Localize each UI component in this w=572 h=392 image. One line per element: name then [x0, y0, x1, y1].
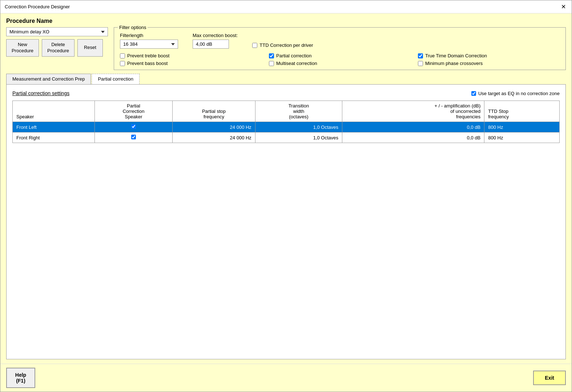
table-header-row: Speaker PartialCorrectionSpeaker Partial… — [13, 101, 560, 122]
close-button[interactable]: ✕ — [560, 3, 567, 10]
cell-speaker: Front Left — [13, 122, 95, 132]
tab-bar: Measurement and Correction Prep Partial … — [6, 74, 566, 84]
filterlength-label: Filterlength — [120, 33, 178, 38]
left-panel: Minimum delay XO Default Custom NewProce… — [6, 27, 108, 57]
prevent-bass-boost-label: Prevent bass boost — [127, 61, 168, 66]
ttd-correction-label: TTD Correction per driver — [259, 42, 313, 48]
ttd-correction-col: TTD Correction per driver — [252, 42, 313, 49]
exit-button[interactable]: Exit — [533, 371, 566, 385]
col-partial-stop-freq: Partial stopfrequency — [173, 101, 255, 122]
col-ttd-stop-freq: TTD Stopfrequency — [484, 101, 560, 122]
max-correction-boost-label: Max correction boost: — [193, 33, 238, 38]
help-button[interactable]: Help(F1) — [6, 368, 35, 388]
col-speaker: Speaker — [13, 101, 95, 122]
prevent-bass-boost-item: Prevent bass boost — [120, 61, 262, 66]
row-partial-correction-checkbox[interactable] — [131, 124, 136, 129]
filterlength-select[interactable]: 16 384 8 192 4 096 32 768 — [120, 40, 178, 49]
button-row: NewProcedure DeleteProcedure Reset — [6, 39, 108, 57]
filter-options-legend: Filter options — [118, 25, 148, 30]
multiseat-correction-label: Multiseat correction — [276, 61, 317, 66]
cell-amplification: 0,0 dB — [342, 122, 484, 132]
minimum-phase-item: Minimum phase crossovers — [418, 61, 560, 66]
cell-speaker: Front Right — [13, 132, 95, 143]
ttd-correction-checkbox-item: TTD Correction per driver — [252, 42, 313, 48]
multiseat-correction-item: Multiseat correction — [269, 61, 411, 66]
cell-checkbox[interactable] — [94, 132, 172, 143]
multiseat-correction-checkbox[interactable] — [269, 61, 274, 66]
table-row[interactable]: Front Left24 000 Hz1,0 Octaves0,0 dB800 … — [13, 122, 560, 132]
max-correction-boost-input[interactable] — [193, 40, 229, 49]
partial-correction-title: Partial correction settings — [12, 90, 69, 96]
minimum-phase-checkbox[interactable] — [418, 61, 423, 66]
true-time-domain-item: True Time Domain Correction — [418, 53, 560, 58]
filter-row1: Filterlength 16 384 8 192 4 096 32 768 M… — [120, 33, 560, 49]
table-row[interactable]: Front Right24 000 Hz1,0 Octaves0,0 dB800… — [13, 132, 560, 143]
row-partial-correction-checkbox[interactable] — [131, 135, 136, 139]
prevent-bass-boost-checkbox[interactable] — [120, 61, 125, 66]
cell-transition-width: 1,0 Octaves — [255, 122, 342, 132]
table-body: Front Left24 000 Hz1,0 Octaves0,0 dB800 … — [13, 122, 560, 143]
cell-partial-stop-freq: 24 000 Hz — [173, 122, 255, 132]
cell-ttd-stop-freq: 800 Hz — [484, 132, 560, 143]
prevent-treble-boost-label: Prevent treble boost — [127, 53, 169, 58]
tabs-section: Measurement and Correction Prep Partial … — [6, 74, 566, 359]
filter-options-box: Filter options Filterlength 16 384 8 192… — [114, 27, 566, 70]
minimum-phase-label: Minimum phase crossovers — [425, 61, 483, 66]
prevent-treble-boost-checkbox[interactable] — [120, 53, 125, 58]
partial-correction-item: Partial correction — [269, 53, 411, 58]
delete-procedure-button[interactable]: DeleteProcedure — [42, 39, 74, 57]
true-time-domain-checkbox[interactable] — [418, 53, 423, 58]
cell-partial-stop-freq: 24 000 Hz — [173, 132, 255, 143]
title-bar: Correction Procedure Designer ✕ — [0, 0, 572, 13]
partial-correction-label: Partial correction — [276, 53, 312, 58]
partial-correction-header: Partial correction settings Use target a… — [12, 90, 560, 96]
prevent-treble-boost-item: Prevent treble boost — [120, 53, 262, 58]
procedure-name-label: Procedure Name — [6, 18, 566, 24]
top-section: Procedure Name Minimum delay XO Default … — [6, 18, 566, 70]
filterlength-col: Filterlength 16 384 8 192 4 096 32 768 — [120, 33, 178, 49]
tab-content: Partial correction settings Use target a… — [6, 84, 566, 359]
true-time-domain-label: True Time Domain Correction — [425, 53, 487, 58]
footer: Help(F1) Exit — [0, 364, 572, 392]
tab-partial-correction[interactable]: Partial correction — [92, 74, 140, 84]
col-partial-correction-speaker: PartialCorrectionSpeaker — [94, 101, 172, 122]
main-content: Procedure Name Minimum delay XO Default … — [0, 13, 572, 364]
col-transition-width: Transitionwidth(octaves) — [255, 101, 342, 122]
cell-amplification: 0,0 dB — [342, 132, 484, 143]
main-window: Correction Procedure Designer ✕ Procedur… — [0, 0, 572, 392]
max-correction-boost-col: Max correction boost: — [193, 33, 238, 49]
use-target-checkbox[interactable] — [471, 91, 476, 96]
use-target-label: Use target as EQ in no correction zone — [478, 91, 560, 96]
new-procedure-button[interactable]: NewProcedure — [6, 39, 39, 57]
tab-measurement[interactable]: Measurement and Correction Prep — [6, 74, 91, 84]
data-table: Speaker PartialCorrectionSpeaker Partial… — [12, 101, 560, 143]
cell-transition-width: 1,0 Octaves — [255, 132, 342, 143]
ttd-correction-checkbox[interactable] — [252, 43, 257, 48]
top-row: Minimum delay XO Default Custom NewProce… — [6, 27, 566, 70]
cell-ttd-stop-freq: 800 Hz — [484, 122, 560, 132]
filter-checkboxes: Prevent treble boost Partial correction … — [120, 53, 560, 66]
partial-correction-checkbox[interactable] — [269, 53, 274, 58]
use-target-row: Use target as EQ in no correction zone — [471, 91, 560, 96]
filter-options-content: Filterlength 16 384 8 192 4 096 32 768 M… — [120, 33, 560, 66]
reset-button[interactable]: Reset — [77, 39, 103, 57]
window-title: Correction Procedure Designer — [5, 4, 70, 9]
col-amplification: + / - amplification (dB)of uncorrectedfr… — [342, 101, 484, 122]
procedure-select[interactable]: Minimum delay XO Default Custom — [6, 27, 108, 36]
cell-checkbox[interactable] — [94, 122, 172, 132]
